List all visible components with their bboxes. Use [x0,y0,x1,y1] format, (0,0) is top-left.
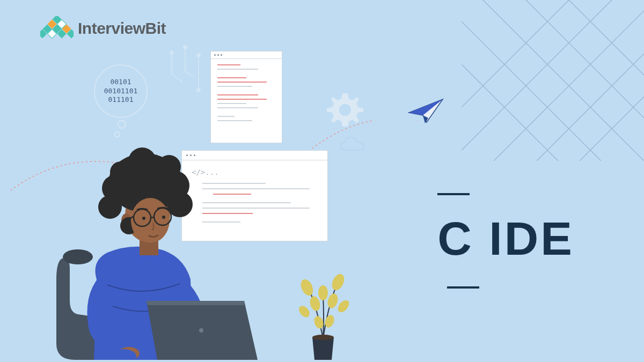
title-accent-line-top [437,193,470,195]
svg-point-21 [336,298,352,314]
svg-point-15 [339,104,351,116]
svg-point-35 [110,161,131,183]
svg-point-25 [312,335,334,340]
logo: InterviewBit [40,16,166,41]
svg-point-13 [197,88,200,92]
paper-plane-icon [408,97,445,128]
svg-point-18 [297,304,312,320]
svg-point-45 [199,328,203,333]
svg-point-37 [128,147,156,175]
page-title-block: C IDE [437,193,574,289]
svg-point-42 [142,217,145,220]
binary-thought-bubble: 00101 00101101 011101 [94,64,148,118]
svg-point-11 [184,46,187,49]
logo-icon [40,16,74,41]
svg-point-33 [98,195,122,219]
circuit-decoration [166,42,209,124]
binary-line-3: 011101 [108,95,134,105]
person-illustration [46,119,271,362]
svg-point-43 [162,216,165,219]
window-titlebar [211,51,282,59]
svg-point-16 [298,277,316,297]
binary-line-1: 00101 [110,78,131,87]
svg-point-20 [326,292,340,309]
binary-line-2: 00101101 [104,87,138,96]
svg-point-26 [63,249,93,264]
svg-point-19 [330,272,347,292]
svg-point-10 [170,51,173,54]
svg-point-36 [157,155,181,179]
plant-illustration [286,258,361,362]
page-title: C IDE [437,211,574,266]
logo-text: InterviewBit [78,19,166,38]
svg-point-12 [197,54,200,57]
svg-point-22 [318,285,328,300]
title-accent-line-bottom [447,286,479,289]
diamond-grid-decoration [462,0,644,163]
